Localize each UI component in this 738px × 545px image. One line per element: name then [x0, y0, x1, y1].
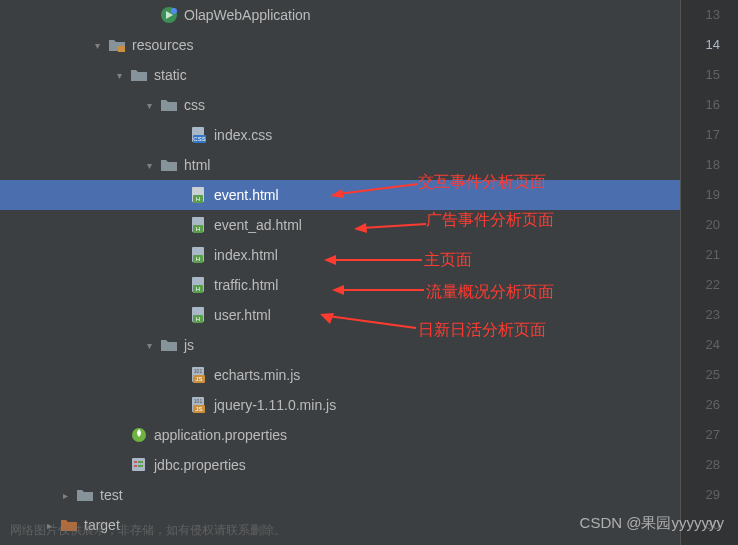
- line-number: 18: [681, 150, 720, 180]
- js-file-icon: 101JS: [190, 396, 208, 414]
- tree-item-label: html: [184, 157, 210, 173]
- tree-item-label: index.css: [214, 127, 272, 143]
- svg-text:101: 101: [194, 368, 203, 374]
- svg-rect-32: [138, 461, 143, 463]
- line-number: 23: [681, 300, 720, 330]
- line-number-gutter: 13 14 15 16 17 18 19 20 21 22 23 24 25 2…: [680, 0, 738, 545]
- tree-item-label: jquery-1.11.0.min.js: [214, 397, 336, 413]
- tree-item-label: traffic.html: [214, 277, 278, 293]
- html-file-icon: H: [190, 276, 208, 294]
- svg-text:CSS: CSS: [193, 136, 205, 142]
- line-number: 19: [681, 180, 720, 210]
- html-file-icon: H: [190, 186, 208, 204]
- tree-item-label: css: [184, 97, 205, 113]
- tree-item-label: test: [100, 487, 123, 503]
- svg-point-1: [171, 8, 177, 14]
- folder-icon: [160, 96, 178, 114]
- tree-item-label: echarts.min.js: [214, 367, 300, 383]
- properties-file-icon: [130, 456, 148, 474]
- svg-rect-34: [138, 465, 143, 467]
- folder-icon: [160, 336, 178, 354]
- tree-item-traffic-html[interactable]: H traffic.html: [0, 270, 680, 300]
- tree-item-user-html[interactable]: H user.html: [0, 300, 680, 330]
- tree-item-label: user.html: [214, 307, 271, 323]
- line-number: 25: [681, 360, 720, 390]
- class-run-icon: [160, 6, 178, 24]
- watermark-csdn: CSDN @果园yyyyyyy: [580, 514, 724, 533]
- svg-rect-31: [134, 461, 137, 463]
- tree-item-static[interactable]: static: [0, 60, 680, 90]
- tree-item-label: resources: [132, 37, 193, 53]
- svg-rect-33: [134, 465, 137, 467]
- css-file-icon: CSS: [190, 126, 208, 144]
- line-number: 21: [681, 240, 720, 270]
- svg-text:H: H: [196, 286, 200, 292]
- chevron-down-icon[interactable]: [90, 40, 104, 51]
- tree-item-label: jdbc.properties: [154, 457, 246, 473]
- line-number: 24: [681, 330, 720, 360]
- line-number: 13: [681, 0, 720, 30]
- project-tree: OlapWebApplication resources static css: [0, 0, 680, 545]
- line-number: 15: [681, 60, 720, 90]
- spring-config-icon: [130, 426, 148, 444]
- resources-folder-icon: [108, 36, 126, 54]
- line-number: 14: [681, 30, 720, 60]
- svg-rect-30: [132, 458, 145, 471]
- html-file-icon: H: [190, 306, 208, 324]
- tree-item-resources[interactable]: resources: [0, 30, 680, 60]
- js-file-icon: 101JS: [190, 366, 208, 384]
- folder-icon: [76, 486, 94, 504]
- svg-rect-2: [118, 46, 125, 52]
- tree-item-label: OlapWebApplication: [184, 7, 311, 23]
- tree-item-index-html[interactable]: H index.html: [0, 240, 680, 270]
- svg-text:JS: JS: [195, 406, 202, 412]
- tree-item-label: js: [184, 337, 194, 353]
- tree-item-olapwebapplication[interactable]: OlapWebApplication: [0, 0, 680, 30]
- svg-text:H: H: [196, 196, 200, 202]
- line-number: 26: [681, 390, 720, 420]
- tree-item-label: application.properties: [154, 427, 287, 443]
- line-number: 29: [681, 480, 720, 510]
- chevron-right-icon[interactable]: [58, 490, 72, 501]
- tree-item-jquery-js[interactable]: 101JS jquery-1.11.0.min.js: [0, 390, 680, 420]
- folder-icon: [160, 156, 178, 174]
- line-number: 22: [681, 270, 720, 300]
- html-file-icon: H: [190, 246, 208, 264]
- svg-text:H: H: [196, 226, 200, 232]
- tree-item-index-css[interactable]: CSS index.css: [0, 120, 680, 150]
- tree-item-html-folder[interactable]: html: [0, 150, 680, 180]
- html-file-icon: H: [190, 216, 208, 234]
- chevron-down-icon[interactable]: [112, 70, 126, 81]
- tree-item-css[interactable]: css: [0, 90, 680, 120]
- tree-item-label: static: [154, 67, 187, 83]
- tree-item-echarts-js[interactable]: 101JS echarts.min.js: [0, 360, 680, 390]
- svg-text:JS: JS: [195, 376, 202, 382]
- chevron-down-icon[interactable]: [142, 160, 156, 171]
- svg-text:H: H: [196, 256, 200, 262]
- tree-item-event-html[interactable]: H event.html: [0, 180, 680, 210]
- tree-item-label: event_ad.html: [214, 217, 302, 233]
- line-number: 16: [681, 90, 720, 120]
- svg-text:101: 101: [194, 398, 203, 404]
- tree-item-application-properties[interactable]: application.properties: [0, 420, 680, 450]
- line-number: 20: [681, 210, 720, 240]
- line-number: 28: [681, 450, 720, 480]
- chevron-down-icon[interactable]: [142, 100, 156, 111]
- tree-item-label: event.html: [214, 187, 279, 203]
- tree-item-label: index.html: [214, 247, 278, 263]
- tree-item-jdbc-properties[interactable]: jdbc.properties: [0, 450, 680, 480]
- tree-item-test[interactable]: test: [0, 480, 680, 510]
- tree-item-js-folder[interactable]: js: [0, 330, 680, 360]
- tree-item-event-ad-html[interactable]: H event_ad.html: [0, 210, 680, 240]
- line-number: 27: [681, 420, 720, 450]
- svg-text:H: H: [196, 316, 200, 322]
- watermark-text: 网络图片仅供展示，非存储，如有侵权请联系删除。: [10, 522, 286, 539]
- folder-icon: [130, 66, 148, 84]
- chevron-down-icon[interactable]: [142, 340, 156, 351]
- line-number: 17: [681, 120, 720, 150]
